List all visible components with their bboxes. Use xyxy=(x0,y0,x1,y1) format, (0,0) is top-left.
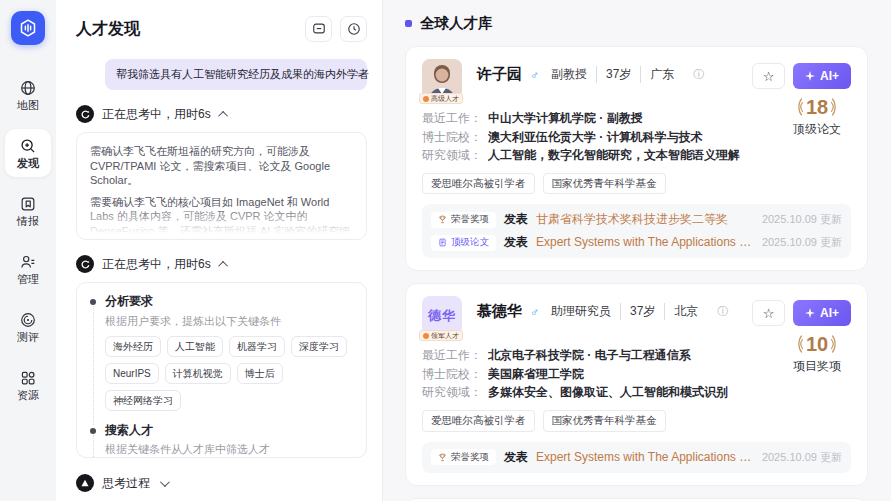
laurel-left-icon xyxy=(795,97,803,117)
tier-badge-icon xyxy=(423,96,429,102)
trophy-icon xyxy=(438,215,447,224)
thinking-toggle-1[interactable]: 正在思考中，用时6s xyxy=(76,105,367,123)
achievement-badge: 荣誉奖项 xyxy=(431,449,496,465)
pool-title: 全球人才库 xyxy=(420,14,493,33)
field-label: 博士院校： xyxy=(422,365,488,384)
thinking-paragraph: 需要确认李飞飞的核心项目如 ImageNet 和 World Labs 的具体内… xyxy=(90,195,353,241)
new-conversation-button[interactable] xyxy=(305,16,332,42)
app-logo-icon[interactable] xyxy=(11,11,45,45)
chevron-down-icon xyxy=(160,477,170,487)
sidebar-item-label: 发现 xyxy=(17,158,39,169)
laurel-left-icon xyxy=(795,334,803,354)
field-value: 澳大利亚伍伦贡大学 · 计算机科学与技术 xyxy=(488,128,813,147)
achievement-date: 2025.10.09 更新 xyxy=(762,235,842,250)
talent-card[interactable]: 高级人才 许子园 ♂ 副教授 37岁 广东 ⓘ ☆ xyxy=(405,46,868,271)
achievement-action: 发表 xyxy=(504,449,528,466)
sidebar-item-label: 地图 xyxy=(17,100,39,111)
stat-label: 顶级论文 xyxy=(793,121,841,138)
laurel-right-icon xyxy=(831,97,839,117)
field-value: 多媒体安全、图像取证、人工智能和模式识别 xyxy=(488,383,838,402)
keyword-chip: 海外经历 xyxy=(105,336,161,357)
sidebar-item-map[interactable]: 地图 xyxy=(5,71,51,119)
sidebar-item-resources[interactable]: 资源 xyxy=(5,361,51,409)
honor-tag: 国家优秀青年科学基金 xyxy=(543,410,666,432)
talent-tier-badge: 领军人才 xyxy=(419,330,463,341)
talent-card-partial[interactable] xyxy=(405,498,868,501)
document-icon xyxy=(438,238,447,247)
sparkle-icon xyxy=(805,71,815,81)
star-icon: ☆ xyxy=(763,69,775,84)
talent-tier-badge: 高级人才 xyxy=(419,93,463,104)
bookmark-icon xyxy=(19,195,37,213)
keyword-chip: 机器学习 xyxy=(229,336,285,357)
info-icon[interactable]: ⓘ xyxy=(693,67,704,82)
sidebar-item-manage[interactable]: 管理 xyxy=(5,245,51,293)
achievement-row: 荣誉奖项 发表 Expert Systems with The Applicat… xyxy=(431,446,842,469)
sidebar: 地图 发现 情报 管理 测评 资源 xyxy=(0,0,56,501)
thinking-toggle-2[interactable]: 正在思考中，用时6s xyxy=(76,255,367,273)
step-bullet xyxy=(90,428,96,434)
sidebar-item-label: 管理 xyxy=(17,274,39,285)
laurel-right-icon xyxy=(831,334,839,354)
talent-name: 慕德华 xyxy=(477,302,522,321)
thinking-content-2: 分析要求 根据用户要求，提炼出以下关键条件 海外经历 人工智能 机器学习 深度学… xyxy=(76,282,367,458)
tier-badge-icon xyxy=(423,333,429,339)
field-value: 中山大学计算机学院 · 副教授 xyxy=(488,109,753,128)
thought-process-toggle[interactable]: 思考过程 xyxy=(76,474,367,492)
sidebar-item-evaluate[interactable]: 测评 xyxy=(5,303,51,351)
honor-tag: 爱思唯尔高被引学者 xyxy=(422,173,535,195)
process-avatar xyxy=(76,474,94,492)
achievement-badge: 顶级论文 xyxy=(431,235,496,251)
info-icon[interactable]: ⓘ xyxy=(717,304,728,319)
pool-header: 全球人才库 xyxy=(405,14,868,33)
chevron-up-icon xyxy=(218,111,228,121)
compass-icon xyxy=(19,311,37,329)
achievement-link[interactable]: 甘肃省科学技术奖科技进步奖二等奖 xyxy=(536,211,754,228)
sidebar-item-discover[interactable]: 发现 xyxy=(5,129,51,177)
search-plus-icon xyxy=(19,137,37,155)
app-grid-icon xyxy=(19,369,37,387)
achievement-row: 顶级论文 发表 Expert Systems with The Applicat… xyxy=(431,231,842,254)
step-desc: 根据用户要求，提炼出以下关键条件 xyxy=(105,314,353,329)
step-search: 搜索人才 根据关键条件从人才库中筛选人才 xyxy=(90,423,353,459)
male-icon: ♂ xyxy=(530,305,539,319)
stat-value: 10 xyxy=(806,334,828,354)
talent-discovery-panel: 人才发现 帮我筛选具有人工智能研究经历及成果的海内外学者 正在思考中，用时6s … xyxy=(56,0,383,501)
keyword-chip: 博士后 xyxy=(237,363,283,384)
keyword-chip: NeurIPS xyxy=(105,363,159,384)
keyword-chip: 神经网络学习 xyxy=(105,390,181,411)
assistant-avatar xyxy=(76,255,94,273)
achievement-link[interactable]: Expert Systems with The Applications new… xyxy=(536,234,754,251)
field-label: 研究领域： xyxy=(422,383,488,402)
ai-plus-button[interactable]: AI+ xyxy=(793,63,851,89)
field-value: 美国麻省理工学院 xyxy=(488,365,694,384)
achievement-row: 荣誉奖项 发表 甘肃省科学技术奖科技进步奖二等奖 2025.10.09 更新 xyxy=(431,208,842,231)
clock-icon xyxy=(347,22,361,36)
honor-tag: 国家优秀青年科学基金 xyxy=(543,173,666,195)
chat-header: 人才发现 xyxy=(76,16,367,42)
stat-block: 18 顶级论文 xyxy=(793,97,841,138)
achievement-list: 荣誉奖项 发表 甘肃省科学技术奖科技进步奖二等奖 2025.10.09 更新 顶… xyxy=(422,204,851,258)
honor-tags: 爱思唯尔高被引学者 国家优秀青年科学基金 xyxy=(422,173,851,195)
sparkle-icon xyxy=(805,308,815,318)
keyword-chip: 人工智能 xyxy=(167,336,223,357)
achievement-date: 2025.10.09 更新 xyxy=(762,450,842,465)
sidebar-item-intel[interactable]: 情报 xyxy=(5,187,51,235)
favorite-button[interactable]: ☆ xyxy=(752,63,785,89)
stat-label: 项目奖项 xyxy=(793,358,841,375)
globe-icon xyxy=(19,79,37,97)
favorite-button[interactable]: ☆ xyxy=(752,300,785,326)
thinking-paragraph: 需确认李飞飞在斯坦福的研究方向，可能涉及 CVPR/TPAMI 论文，需搜索项目… xyxy=(90,144,353,188)
honor-tag: 爱思唯尔高被引学者 xyxy=(422,410,535,432)
talent-fields: 最近工作：北京电子科技学院 · 电子与工程通信系 博士院校：美国麻省理工学院 研… xyxy=(422,346,851,402)
chevron-up-icon xyxy=(218,261,228,271)
person-list-icon xyxy=(19,253,37,271)
talent-card[interactable]: 德华 领军人才 慕德华 ♂ 助理研究员 37岁 北京 ⓘ xyxy=(405,283,868,485)
star-icon: ☆ xyxy=(763,306,775,321)
achievement-link[interactable]: Expert Systems with The Applications new… xyxy=(536,449,754,466)
ai-plus-button[interactable]: AI+ xyxy=(793,300,851,326)
history-button[interactable] xyxy=(340,16,367,42)
talent-meta: 助理研究员 37岁 北京 xyxy=(547,303,707,320)
process-label: 思考过程 xyxy=(102,475,150,492)
thinking-content-1: 需确认李飞飞在斯坦福的研究方向，可能涉及 CVPR/TPAMI 论文，需搜索项目… xyxy=(76,132,367,240)
